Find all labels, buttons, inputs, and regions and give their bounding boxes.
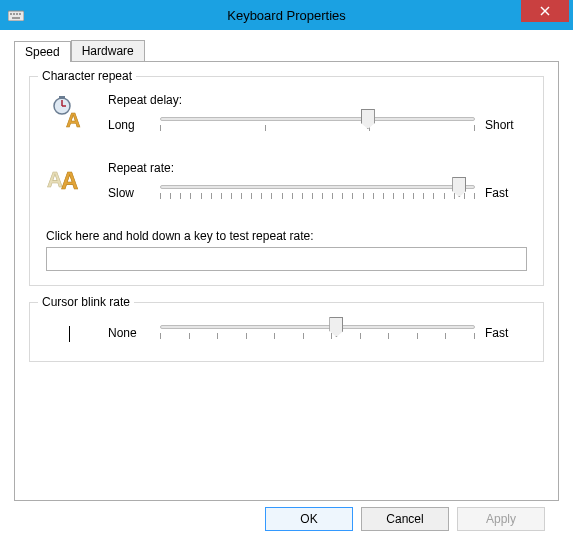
cursor-blink-group: Cursor blink rate None Fast — [29, 302, 544, 362]
tab-panel-speed: Character repeat A Repeat delay: Long — [14, 61, 559, 501]
svg-rect-9 — [59, 96, 65, 99]
repeat-rate-row: A A Repeat rate: Slow Fast — [46, 161, 527, 207]
repeat-rate-right-label: Fast — [485, 186, 527, 200]
repeat-delay-slider[interactable] — [160, 111, 475, 139]
cursor-blink-right-label: Fast — [485, 326, 527, 340]
cursor-blink-slider[interactable] — [160, 319, 475, 347]
dialog-buttons: OK Cancel Apply — [14, 501, 559, 531]
close-icon — [540, 6, 550, 16]
repeat-rate-icon: A A — [46, 161, 92, 193]
svg-text:A: A — [61, 167, 78, 193]
client-area: Speed Hardware Character repeat A Repeat… — [0, 30, 573, 541]
cursor-caret-icon — [46, 324, 92, 342]
repeat-delay-label: Repeat delay: — [108, 93, 527, 107]
character-repeat-legend: Character repeat — [38, 69, 136, 83]
cursor-blink-left-label: None — [108, 326, 150, 340]
test-repeat-input[interactable] — [46, 247, 527, 271]
cancel-button[interactable]: Cancel — [361, 507, 449, 531]
repeat-rate-label: Repeat rate: — [108, 161, 527, 175]
repeat-delay-left-label: Long — [108, 118, 150, 132]
svg-text:A: A — [66, 109, 80, 129]
repeat-delay-row: A Repeat delay: Long Short — [46, 93, 527, 139]
repeat-delay-icon: A — [46, 93, 92, 129]
character-repeat-group: Character repeat A Repeat delay: Long — [29, 76, 544, 286]
ok-button[interactable]: OK — [265, 507, 353, 531]
tab-speed[interactable]: Speed — [14, 41, 71, 62]
repeat-rate-control: Repeat rate: Slow Fast — [108, 161, 527, 207]
repeat-rate-left-label: Slow — [108, 186, 150, 200]
apply-button[interactable]: Apply — [457, 507, 545, 531]
titlebar: Keyboard Properties — [0, 0, 573, 30]
test-repeat-label: Click here and hold down a key to test r… — [46, 229, 527, 243]
repeat-rate-slider[interactable] — [160, 179, 475, 207]
tab-strip: Speed Hardware — [14, 40, 559, 61]
tab-hardware[interactable]: Hardware — [71, 40, 145, 61]
repeat-delay-right-label: Short — [485, 118, 527, 132]
close-button[interactable] — [521, 0, 569, 22]
repeat-delay-control: Repeat delay: Long Short — [108, 93, 527, 139]
window-title: Keyboard Properties — [0, 8, 573, 23]
test-repeat-section: Click here and hold down a key to test r… — [46, 229, 527, 271]
cursor-blink-legend: Cursor blink rate — [38, 295, 134, 309]
